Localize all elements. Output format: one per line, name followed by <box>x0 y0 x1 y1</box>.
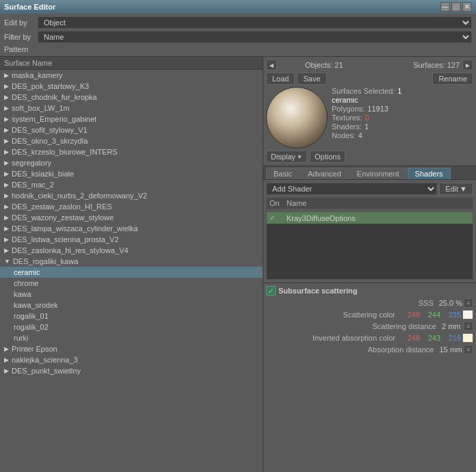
sss-scroll-button[interactable]: ≡ <box>464 298 473 308</box>
tab-environment[interactable]: Environment <box>349 168 407 179</box>
absorption-distance-label: Absorption distance <box>266 345 439 354</box>
list-item[interactable]: ▶maska_kamery <box>0 70 263 81</box>
list-item[interactable]: ▶DES_wazony_zestaw_stylowe <box>0 212 263 223</box>
shader-list: ✓Kray3DiffuseOptions <box>266 211 473 280</box>
list-item[interactable]: chrome <box>0 278 263 289</box>
scattering-b-value: 235 <box>442 311 461 319</box>
edit-dropdown-arrow: ▼ <box>460 185 467 193</box>
list-item[interactable]: ▶segregatory <box>0 157 263 168</box>
list-item[interactable]: ▶Printer Epson <box>0 343 263 354</box>
list-item[interactable]: ▶DES_zestaw_zaslon_HI_RES <box>0 201 263 212</box>
absorption-distance-scroll[interactable]: ≡ <box>464 345 473 354</box>
sss-label: SSS <box>266 299 439 307</box>
textures-label: Textures: <box>332 114 362 122</box>
filter-by-label: Filter by <box>4 33 35 41</box>
nodes-value: 4 <box>358 131 362 140</box>
list-item[interactable]: ▶DES_zaslonka_hi_res_stylowa_V4 <box>0 245 263 256</box>
absorption-color-label: Inverted absorption color <box>266 334 401 342</box>
options-button[interactable]: Options <box>310 150 345 163</box>
absorption-r-value: 248 <box>401 334 420 342</box>
scattering-color-chips: 249 244 235 <box>401 310 473 319</box>
list-item[interactable]: ▶DES_mac_2 <box>0 179 263 190</box>
add-shader-dropdown[interactable]: Add Shader <box>266 183 437 195</box>
absorption-distance-value: 15 mm <box>439 345 462 354</box>
list-item[interactable]: ▶DES_krzeslo_biurowe_INTERS <box>0 146 263 157</box>
surface-name-header: Surface Name <box>0 57 263 70</box>
preview-sphere <box>266 87 328 148</box>
absorption-color-swatch[interactable] <box>462 333 473 343</box>
sss-checkbox[interactable]: ✓ <box>266 286 276 296</box>
list-item[interactable]: ceramic <box>0 267 263 278</box>
edit-by-dropdown[interactable]: Object <box>38 16 472 29</box>
shaders-label: Shaders: <box>332 122 362 131</box>
scattering-g-value: 244 <box>421 311 440 319</box>
list-item[interactable]: ▶DES_listwa_scienna_prosta_V2 <box>0 234 263 245</box>
list-item[interactable]: ▶soft_box_LW_1m <box>0 103 263 114</box>
list-item[interactable]: ▶DES_okno_3_skrzydla <box>0 135 263 146</box>
tab-basic[interactable]: Basic <box>266 168 300 179</box>
window-title: Surface Editor <box>4 3 55 11</box>
next-button[interactable]: ► <box>462 60 473 70</box>
shader-on-header: On <box>269 199 287 207</box>
close-button[interactable]: ✕ <box>462 2 472 12</box>
list-item[interactable]: ▶DES_sofit_stylowy_V1 <box>0 124 263 135</box>
scattering-color-swatch[interactable] <box>462 310 473 319</box>
list-item[interactable]: ▶DES_pok_startowy_K3 <box>0 81 263 92</box>
list-item[interactable]: kawa <box>0 289 263 300</box>
list-item[interactable]: ▶DES_punkt_swietlny <box>0 365 263 376</box>
list-item[interactable]: ▼DES_rogaliki_kawa <box>0 256 263 267</box>
title-bar: Surface Editor — □ ✕ <box>0 0 476 14</box>
list-item[interactable]: rogalik_01 <box>0 311 263 322</box>
save-button[interactable]: Save <box>297 73 326 85</box>
sss-panel: ✓ Subsurface scattering SSS 25.0 % ≡ Sca… <box>263 283 476 359</box>
polygons-label: Polygons: <box>332 105 365 113</box>
display-button[interactable]: Display ▼ <box>266 150 307 163</box>
scattering-distance-value: 2 mm <box>442 322 462 330</box>
list-item[interactable]: ▶hodnik_cieki_nurbs_2_deformowany_V2 <box>0 190 263 201</box>
sss-header-label: Subsurface scattering <box>278 287 358 295</box>
list-item[interactable]: kawa_srodek <box>0 300 263 311</box>
polygons-value: 11913 <box>367 105 388 113</box>
scattering-color-label: Scattering color <box>266 311 401 319</box>
surface-stats: Surfaces Selected: 1 ceramic Polygons: 1… <box>332 87 401 148</box>
absorption-color-chips: 248 243 216 <box>401 333 473 343</box>
sss-value-row: SSS 25.0 % ≡ <box>266 298 473 308</box>
minimize-button[interactable]: — <box>440 2 450 12</box>
scattering-distance-row: Scattering distance 2 mm ≡ <box>266 322 473 331</box>
absorption-b-value: 216 <box>442 334 461 342</box>
load-button[interactable]: Load <box>266 73 295 85</box>
list-item[interactable]: rurki <box>0 332 263 343</box>
absorption-distance-row: Absorption distance 15 mm ≡ <box>266 345 473 354</box>
textures-value: 0 <box>365 114 369 122</box>
object-count: Objects: 21 <box>280 61 369 69</box>
left-panel: Surface Name ▶maska_kamery▶DES_pok_start… <box>0 57 263 472</box>
nodes-label: Nodes: <box>332 131 356 140</box>
maximize-button[interactable]: □ <box>451 2 461 12</box>
right-panel: ◄ Objects: 21 Surfaces: 127 ► Load Save … <box>263 57 476 472</box>
absorption-color-row: Inverted absorption color 248 243 216 <box>266 333 473 343</box>
list-item[interactable]: ▶system_Emperio_gabinet <box>0 114 263 124</box>
shader-name-header: Name <box>287 199 470 207</box>
selected-value: 1 <box>397 87 401 95</box>
window-controls[interactable]: — □ ✕ <box>440 2 472 12</box>
surface-list[interactable]: ▶maska_kamery▶DES_pok_startowy_K3▶DES_ch… <box>0 70 263 472</box>
list-item[interactable]: rogalik_02 <box>0 322 263 332</box>
sss-value: 25.0 % <box>439 299 462 307</box>
scattering-r-value: 249 <box>401 311 420 319</box>
list-item[interactable]: ▶DES_lampa_wiszaca_cylinder_wielka <box>0 223 263 234</box>
prev-button[interactable]: ◄ <box>266 60 277 70</box>
shader-list-header: On Name <box>266 197 473 209</box>
tab-advanced[interactable]: Advanced <box>300 168 349 179</box>
list-item[interactable]: ▶DES_ksiazki_biale <box>0 168 263 179</box>
scattering-distance-scroll[interactable]: ≡ <box>464 322 473 331</box>
tabs-row: BasicAdvancedEnvironmentShaders <box>263 166 476 180</box>
tab-shaders[interactable]: Shaders <box>408 168 451 179</box>
shader-row[interactable]: ✓Kray3DiffuseOptions <box>267 212 473 224</box>
filter-by-dropdown[interactable]: Name <box>38 31 472 43</box>
right-top-section: ◄ Objects: 21 Surfaces: 127 ► Load Save … <box>263 57 476 166</box>
edit-button[interactable]: Edit ▼ <box>439 183 473 195</box>
rename-button[interactable]: Rename <box>432 73 473 85</box>
list-item[interactable]: ▶DES_chodnik_fur_kropka <box>0 92 263 103</box>
list-item[interactable]: ▶naklejka_scienna_3 <box>0 354 263 365</box>
selected-label: Surfaces Selected: <box>332 87 395 95</box>
